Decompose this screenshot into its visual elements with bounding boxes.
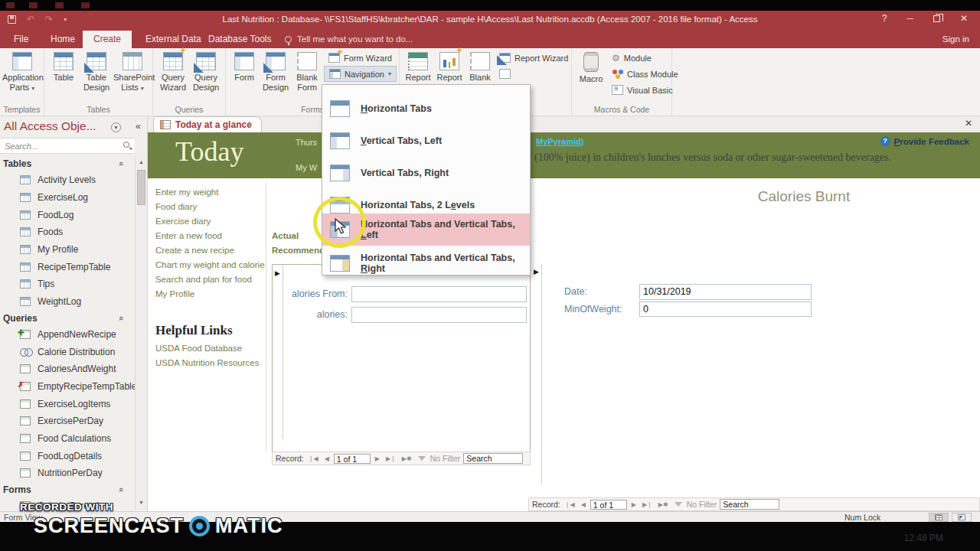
nav-item[interactable]: ✗EmptyRecipeTempTable <box>0 378 135 396</box>
tab-file[interactable]: File <box>3 31 39 48</box>
sign-in-link[interactable]: Sign in <box>942 31 969 48</box>
restore-button[interactable] <box>933 15 940 22</box>
nav-item[interactable]: ExerciseLog <box>0 189 135 207</box>
nav-item[interactable]: My Profile <box>0 241 135 259</box>
navigation-button[interactable]: Navigation ▾ <box>324 66 397 82</box>
report-button[interactable]: Report <box>403 50 433 83</box>
link-usda-nutrition-resources[interactable]: USDA Nutrition Resources <box>155 358 260 367</box>
report-wizard-button[interactable]: Report Wizard <box>495 50 573 66</box>
nav-section-header-forms[interactable]: Forms« <box>0 482 135 497</box>
nav-item[interactable]: WeightLog <box>0 293 135 311</box>
link-exercise-diary[interactable]: Exercise diary <box>155 217 211 226</box>
menu-item-vertical-tabs-left[interactable]: Vertical Tabs, Left <box>322 125 530 156</box>
minimize-button[interactable]: ─ <box>906 13 913 24</box>
nav-item[interactable]: NutritionPerDay <box>0 465 135 482</box>
close-button[interactable]: ✕ <box>960 13 968 24</box>
tab-create[interactable]: Create <box>83 31 132 48</box>
last-record-icon[interactable]: ▶❘ <box>384 455 397 462</box>
nav-section-header-queries[interactable]: Queries« <box>0 311 135 326</box>
nav-item[interactable]: ✚AppendNewRecipe <box>0 326 135 344</box>
nav-item[interactable]: ExerciseLogItems <box>0 395 135 412</box>
link-search-plan-food[interactable]: Search and plan for food <box>155 275 252 284</box>
menu-item-horizontal-tabs[interactable]: Horizontal Tabs <box>322 93 530 124</box>
sharepoint-lists-button[interactable]: SharePoint Lists ▾ <box>113 50 152 93</box>
scroll-down-icon[interactable]: ▼ <box>136 497 146 508</box>
scrollbar-thumb[interactable] <box>137 170 145 205</box>
first-record-icon[interactable]: ❘◀ <box>307 455 320 462</box>
collapse-section-icon[interactable]: « <box>117 315 126 320</box>
provide-feedback-link[interactable]: ? Provide Feedback <box>880 136 969 146</box>
form-view-button[interactable] <box>929 513 949 522</box>
nav-item[interactable]: FoodLog <box>0 206 135 223</box>
tab-home[interactable]: Home <box>40 31 86 48</box>
first-record-icon[interactable]: ❘◀ <box>564 501 577 508</box>
nav-item[interactable]: Activity Levels <box>0 171 135 189</box>
record-position[interactable]: 1 of 1 <box>590 500 627 510</box>
nav-item[interactable]: Food Calculations <box>0 430 135 448</box>
link-enter-a-new-food[interactable]: Enter a new food <box>155 231 222 240</box>
nav-pane-menu-icon[interactable]: ▼ <box>111 122 121 132</box>
scroll-up-icon[interactable]: ▲ <box>136 157 146 168</box>
nav-item[interactable]: Tips <box>0 276 135 293</box>
design-view-button[interactable] <box>952 513 972 522</box>
table-button[interactable]: Table <box>47 50 80 83</box>
next-record-icon[interactable]: ▶ <box>374 455 381 462</box>
no-filter-label[interactable]: No Filter <box>430 454 461 463</box>
help-button[interactable]: ? <box>882 13 887 24</box>
new-record-icon[interactable]: ▶✱ <box>400 455 413 462</box>
query-design-button[interactable]: Query Design <box>190 50 222 92</box>
new-record-icon[interactable]: ▶✱ <box>657 501 670 508</box>
record-search-input[interactable]: Search <box>720 499 779 510</box>
form-wizard-button[interactable]: Form Wizard <box>324 50 397 66</box>
tab-database-tools[interactable]: Database Tools <box>198 31 283 48</box>
link-create-a-new-recipe[interactable]: Create a new recipe <box>155 246 234 255</box>
document-tab[interactable]: Today at a glance <box>153 116 262 132</box>
tell-me-box[interactable]: Tell me what you want to do... <box>285 31 413 48</box>
nav-item[interactable]: CaloriesAndWeight <box>0 360 135 378</box>
mypyramid-link[interactable]: MyPyramid) <box>536 137 583 146</box>
application-parts-button[interactable]: Application Parts ▾ <box>2 50 42 93</box>
nav-item[interactable]: Calorie Distribution <box>0 343 135 360</box>
date-input[interactable]: 10/31/2019 <box>639 284 812 300</box>
macro-button[interactable]: Macro <box>577 50 606 84</box>
collapse-section-icon[interactable]: « <box>117 161 126 166</box>
record-search-input[interactable]: Search <box>463 453 523 464</box>
form-button[interactable]: Form <box>230 50 259 83</box>
calories-from-input[interactable] <box>351 286 527 302</box>
nav-item[interactable]: FoodLogDetails <box>0 447 135 465</box>
form-design-button[interactable]: Form Design <box>260 50 292 92</box>
labels-button[interactable] <box>495 66 573 82</box>
link-enter-my-weight[interactable]: Enter my weight <box>155 187 218 197</box>
table-design-button[interactable]: Table Design <box>80 50 113 92</box>
nav-section-header-tables[interactable]: Tables« <box>0 156 135 171</box>
link-usda-food-database[interactable]: USDA Food Database <box>155 344 242 353</box>
menu-item-vertical-tabs-right[interactable]: Vertical Tabs, Right <box>322 157 530 188</box>
module-button[interactable]: ⚙ Module <box>607 50 683 66</box>
link-chart-weight-calories[interactable]: Chart my weight and calories <box>155 260 265 269</box>
last-record-icon[interactable]: ▶❘ <box>641 501 654 508</box>
nav-pane-scrollbar[interactable]: ▲ ▼ <box>135 156 146 510</box>
calories-input[interactable] <box>351 307 527 323</box>
query-wizard-button[interactable]: Query Wizard <box>157 50 189 92</box>
previous-record-icon[interactable]: ◀ <box>580 501 587 508</box>
previous-record-icon[interactable]: ◀ <box>323 455 331 462</box>
no-filter-label[interactable]: No Filter <box>687 500 717 509</box>
minofweight-input[interactable]: 0 <box>639 302 812 317</box>
nav-item[interactable]: RecipeTempTable <box>0 258 135 276</box>
visual-basic-button[interactable]: Visual Basic <box>607 82 683 98</box>
record-selector-icon[interactable]: ▶ <box>275 269 280 277</box>
search-box[interactable]: Search... <box>0 138 135 154</box>
link-food-diary[interactable]: Food diary <box>155 202 197 211</box>
collapse-section-icon[interactable]: « <box>117 487 126 492</box>
link-my-profile[interactable]: My Profile <box>155 289 194 298</box>
close-document-icon[interactable]: ✕ <box>965 118 972 129</box>
record-selector-icon[interactable]: ▶ <box>534 268 539 276</box>
blank-form-button[interactable]: Blank Form <box>292 50 322 92</box>
nav-item[interactable]: ExercisePerDay <box>0 412 135 430</box>
next-record-icon[interactable]: ▶ <box>630 501 638 508</box>
menu-item-horizontal-and-vertical-tabs-right[interactable]: Horizontal Tabs and Vertical Tabs, Right <box>322 247 530 279</box>
class-module-button[interactable]: Class Module <box>607 66 683 82</box>
nav-item[interactable]: Foods <box>0 223 135 241</box>
record-position[interactable]: 1 of 1 <box>334 454 371 464</box>
shutter-bar-close-icon[interactable]: « <box>136 120 141 132</box>
